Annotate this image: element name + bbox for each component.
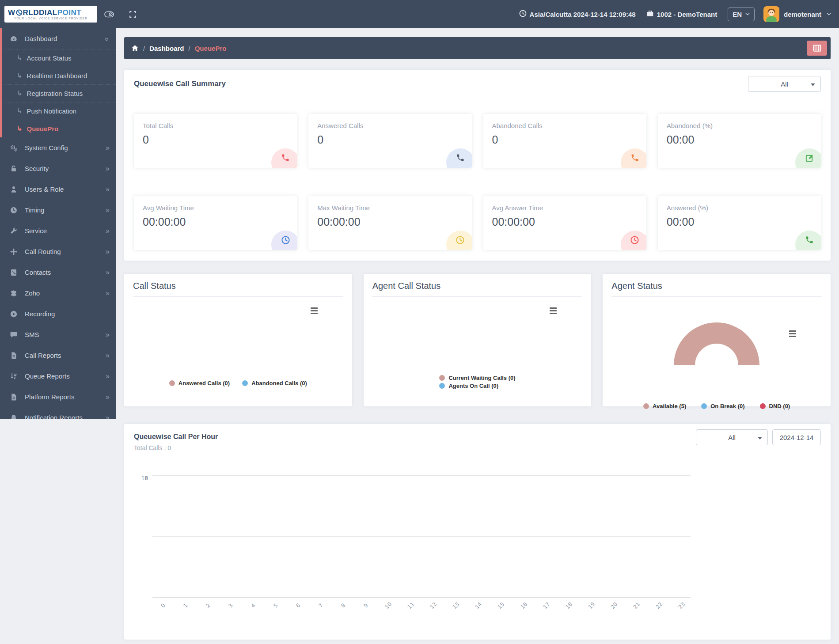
sidebar-item-label: Registration Status (27, 90, 83, 97)
stat-label: Answered Calls (317, 122, 463, 129)
sidebar-item-notification-reports[interactable]: Notification Reports » (0, 407, 116, 419)
breadcrumb-current: QueuePro (195, 45, 227, 52)
header-right: Asia/Calcutta 2024-12-14 12:09:48 1002 -… (513, 6, 839, 22)
app-root: W RLDDIAL POINT YOUR LOCAL VOICE SERVICE… (0, 0, 839, 644)
phone-icon (446, 148, 472, 168)
x-tick: 7 (316, 601, 326, 610)
fullscreen-icon[interactable] (129, 11, 137, 18)
language-selector[interactable]: EN (728, 8, 755, 21)
sidebar-item-label: Dashboard (25, 35, 57, 42)
sidebar-item-label: Users & Role (25, 186, 64, 193)
timezone-datetime: Asia/Calcutta 2024-12-14 12:09:48 (530, 11, 636, 18)
chevron-double-down-icon: » (103, 37, 111, 40)
agent-call-status-card: Agent Call Status Current Waiting Calls … (364, 274, 592, 406)
main-content: / Dashboard / QueuePro Queuewise Call Su… (116, 28, 839, 640)
clock-icon (446, 231, 472, 250)
brand-logo[interactable]: W RLDDIAL POINT YOUR LOCAL VOICE SERVICE… (4, 6, 97, 23)
clock-icon (271, 231, 297, 250)
x-tick: 15 (497, 601, 506, 610)
logo-toggle-icon[interactable] (104, 11, 114, 18)
stat-value: 0 (143, 133, 288, 146)
sidebar-item-account-status[interactable]: ↳ Account Status (0, 49, 116, 67)
sidebar-item-label: Contacts (25, 269, 51, 276)
sidebar-item-zoho[interactable]: Zoho » (0, 283, 116, 303)
sidebar-item-label: Service (25, 227, 47, 235)
sidebar-item-label: Timing (25, 206, 44, 214)
sidebar-item-service[interactable]: Service » (0, 220, 116, 241)
sidebar-item-queuepro[interactable]: ↳ QueuePro (0, 120, 116, 137)
sidebar-item-contacts[interactable]: Contacts » (0, 262, 116, 283)
sidebar-item-call-routing[interactable]: Call Routing » (0, 241, 116, 262)
puzzle-icon (10, 289, 19, 297)
chart-menu-icon[interactable] (550, 307, 557, 314)
legend-item[interactable]: Answered Calls (0) (169, 380, 230, 386)
x-tick: 6 (294, 601, 303, 610)
sidebar-item-label: Notification Reports (25, 414, 83, 419)
stat-card-abandoned-calls: Abandoned Calls 0 (483, 114, 646, 168)
sidebar-item-recording[interactable]: Recording (0, 303, 116, 324)
sidebar-item-label: Call Reports (25, 352, 61, 359)
user-avatar[interactable] (763, 6, 779, 22)
sidebar-item-users-role[interactable]: Users & Role » (0, 179, 116, 200)
chart-title: Agent Status (611, 281, 822, 291)
user-menu-chevron-icon[interactable] (827, 13, 831, 15)
sidebar-item-push-notification[interactable]: ↳ Push Notification (0, 102, 116, 120)
date-input[interactable]: 2024-12-14 (772, 429, 821, 445)
queue-filter-select[interactable]: All (748, 76, 821, 92)
sidebar-item-sms[interactable]: SMS » (0, 324, 116, 345)
breadcrumb: / Dashboard / QueuePro (124, 37, 831, 59)
grid-view-button[interactable] (807, 41, 827, 56)
agent-status-semi-donut[interactable] (674, 322, 759, 365)
legend-item[interactable]: Agents On Call (0) (439, 383, 498, 389)
chevron-double-right-icon: » (106, 165, 109, 173)
breadcrumb-separator: / (189, 45, 190, 52)
stat-value: 00:00:00 (492, 216, 638, 228)
sidebar-item-label: Zoho (25, 289, 40, 297)
stat-card-max-waiting-time: Max Waiting Time 00:00:00 (308, 196, 471, 250)
sidebar-item-registration-status[interactable]: ↳ Registration Status (0, 84, 116, 102)
per-hour-queue-select[interactable]: All (696, 429, 768, 445)
stat-value: 0 (492, 133, 638, 146)
legend-item[interactable]: Abandoned Calls (0) (242, 380, 307, 386)
sidebar-item-platform-reports[interactable]: Platform Reports » (0, 386, 116, 407)
sidebar-item-call-reports[interactable]: Call Reports » (0, 345, 116, 366)
legend-item[interactable]: On Break (0) (701, 403, 744, 409)
chevron-down-icon (745, 13, 750, 15)
x-tick: 5 (271, 601, 281, 610)
x-tick: 9 (361, 601, 371, 610)
breadcrumb-dashboard[interactable]: Dashboard (149, 45, 184, 52)
legend-item[interactable]: Available (5) (643, 403, 686, 409)
x-tick: 23 (677, 601, 686, 610)
sidebar-item-queue-reports[interactable]: Queue Reports » (0, 366, 116, 386)
tenant-group: 1002 - DemoTenant (646, 10, 717, 19)
brand-part2: RLDDIAL (23, 9, 57, 16)
chart-menu-icon[interactable] (789, 330, 796, 337)
file-icon (10, 352, 19, 360)
sidebar-item-dashboard[interactable]: Dashboard » (0, 28, 116, 49)
chevron-double-right-icon: » (106, 414, 109, 419)
chart-menu-icon[interactable] (311, 307, 318, 314)
legend-item[interactable]: Current Waiting Calls (0) (439, 375, 515, 381)
legend-label: Answered Calls (0) (178, 380, 230, 386)
home-icon[interactable] (131, 45, 139, 52)
per-hour-queue-value: All (728, 434, 736, 441)
stat-label: Max Waiting Time (317, 204, 463, 212)
x-tick: 12 (429, 601, 438, 610)
sidebar-item-security[interactable]: Security » (0, 158, 116, 179)
tenant-briefcase-icon (646, 10, 654, 19)
file-icon (10, 393, 19, 401)
username[interactable]: demotenant (784, 11, 821, 18)
submenu-arrow-icon: ↳ (17, 125, 23, 133)
sidebar-item-label: Call Routing (25, 248, 61, 255)
chevron-double-right-icon: » (106, 289, 109, 297)
legend-item[interactable]: DND (0) (760, 403, 790, 409)
charts-row: Call Status Answered Calls (0) Abandoned… (124, 274, 831, 406)
gauge-icon (10, 35, 19, 43)
legend-label: Available (5) (653, 403, 686, 409)
sidebar-item-timing[interactable]: Timing » (0, 200, 116, 220)
sidebar-item-realtime-dashboard[interactable]: ↳ Realtime Dashboard (0, 67, 116, 84)
sidebar-item-system-config[interactable]: System Config » (0, 137, 116, 158)
call-status-card: Call Status Answered Calls (0) Abandoned… (124, 274, 352, 406)
x-tick: 17 (542, 601, 551, 610)
stat-card-abandoned-pct: Abandoned (%) 00:00 (658, 114, 821, 168)
